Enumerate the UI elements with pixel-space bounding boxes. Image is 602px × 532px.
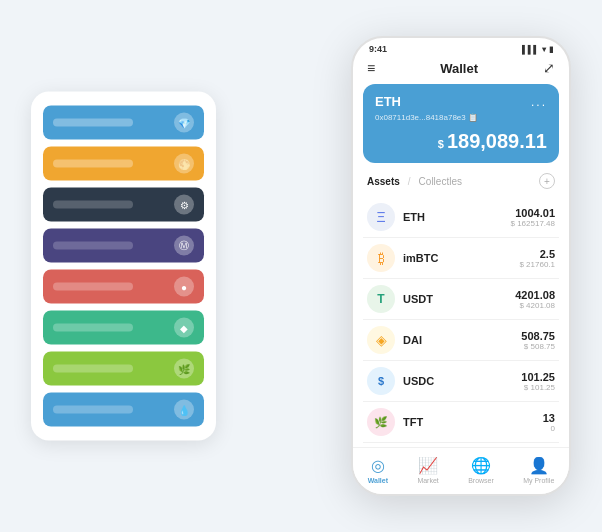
- wifi-icon: ▾: [542, 45, 546, 54]
- imbtc-usd: $ 21760.1: [519, 260, 555, 269]
- card-item-5[interactable]: ●: [43, 270, 204, 304]
- card-label-3: [53, 201, 133, 209]
- imbtc-amount: 2.5: [519, 248, 555, 260]
- card-item-2[interactable]: 🌕: [43, 147, 204, 181]
- nav-item-browser[interactable]: 🌐 Browser: [468, 456, 494, 484]
- card-icon-5: ●: [174, 277, 194, 297]
- dai-icon: ◈: [367, 326, 395, 354]
- card-item-8[interactable]: 💧: [43, 393, 204, 427]
- nav-item-market[interactable]: 📈 Market: [417, 456, 438, 484]
- tft-asset-name: TFT: [403, 416, 543, 428]
- tft-values: 13 0: [543, 412, 555, 433]
- card-label-8: [53, 406, 133, 414]
- assets-header: Assets / Collectles +: [353, 173, 569, 197]
- card-item-3[interactable]: ⚙: [43, 188, 204, 222]
- card-label-1: [53, 119, 133, 127]
- eth-icon: Ξ: [367, 203, 395, 231]
- menu-icon[interactable]: ≡: [367, 60, 375, 76]
- eth-card-header: ETH ...: [375, 94, 547, 109]
- scan-icon[interactable]: ⤢: [543, 60, 555, 76]
- dai-usd: $ 508.75: [521, 342, 555, 351]
- card-icon-2: 🌕: [174, 154, 194, 174]
- card-label-6: [53, 324, 133, 332]
- profile-nav-label: My Profile: [523, 477, 554, 484]
- status-bar: 9:41 ▌▌▌ ▾ ▮: [353, 38, 569, 56]
- battery-icon: ▮: [549, 45, 553, 54]
- phone-header: ≡ Wallet ⤢: [353, 56, 569, 84]
- card-item-1[interactable]: 💎: [43, 106, 204, 140]
- usdt-usd: $ 4201.08: [515, 301, 555, 310]
- tft-icon: 🌿: [367, 408, 395, 436]
- imbtc-values: 2.5 $ 21760.1: [519, 248, 555, 269]
- eth-values: 1004.01 $ 162517.48: [511, 207, 556, 228]
- eth-more-icon[interactable]: ...: [531, 95, 547, 109]
- nav-item-profile[interactable]: 👤 My Profile: [523, 456, 554, 484]
- usdt-amount: 4201.08: [515, 289, 555, 301]
- usdc-asset-name: USDC: [403, 375, 521, 387]
- card-label-5: [53, 283, 133, 291]
- asset-item-usdt[interactable]: T USDT 4201.08 $ 4201.08: [363, 279, 559, 320]
- tab-collectibles[interactable]: Collectles: [419, 176, 462, 187]
- status-icons: ▌▌▌ ▾ ▮: [522, 45, 553, 54]
- card-stack: 💎 🌕 ⚙ Ⓜ ● ◆ 🌿 💧: [31, 92, 216, 441]
- usdc-values: 101.25 $ 101.25: [521, 371, 555, 392]
- profile-nav-icon: 👤: [529, 456, 549, 475]
- wallet-nav-label: Wallet: [368, 477, 388, 484]
- market-nav-label: Market: [417, 477, 438, 484]
- card-item-4[interactable]: Ⓜ: [43, 229, 204, 263]
- usdc-amount: 101.25: [521, 371, 555, 383]
- tab-assets[interactable]: Assets: [367, 176, 400, 187]
- browser-nav-icon: 🌐: [471, 456, 491, 475]
- card-label-4: [53, 242, 133, 250]
- add-asset-button[interactable]: +: [539, 173, 555, 189]
- eth-amount: 1004.01: [511, 207, 556, 219]
- card-icon-8: 💧: [174, 400, 194, 420]
- dai-values: 508.75 $ 508.75: [521, 330, 555, 351]
- eth-usd: $ 162517.48: [511, 219, 556, 228]
- card-item-7[interactable]: 🌿: [43, 352, 204, 386]
- wallet-nav-icon: ◎: [371, 456, 385, 475]
- usdc-usd: $ 101.25: [521, 383, 555, 392]
- card-label-2: [53, 160, 133, 168]
- signal-icon: ▌▌▌: [522, 45, 539, 54]
- tab-divider: /: [408, 176, 411, 187]
- header-title: Wallet: [440, 61, 478, 76]
- eth-asset-name: ETH: [403, 211, 511, 223]
- status-time: 9:41: [369, 44, 387, 54]
- dai-asset-name: DAI: [403, 334, 521, 346]
- usdt-icon: T: [367, 285, 395, 313]
- nav-item-wallet[interactable]: ◎ Wallet: [368, 456, 388, 484]
- card-label-7: [53, 365, 133, 373]
- eth-card-title: ETH: [375, 94, 401, 109]
- scene: 💎 🌕 ⚙ Ⓜ ● ◆ 🌿 💧: [21, 16, 581, 516]
- imbtc-asset-name: imBTC: [403, 252, 519, 264]
- tft-usd: 0: [543, 424, 555, 433]
- card-icon-7: 🌿: [174, 359, 194, 379]
- eth-balance-amount: 189,089.11: [447, 130, 547, 152]
- card-icon-4: Ⓜ: [174, 236, 194, 256]
- asset-item-eth[interactable]: Ξ ETH 1004.01 $ 162517.48: [363, 197, 559, 238]
- imbtc-icon: ₿: [367, 244, 395, 272]
- usdt-values: 4201.08 $ 4201.08: [515, 289, 555, 310]
- asset-list: Ξ ETH 1004.01 $ 162517.48 ₿ imBTC 2.5 $ …: [353, 197, 569, 447]
- usdc-icon: $: [367, 367, 395, 395]
- card-item-6[interactable]: ◆: [43, 311, 204, 345]
- market-nav-icon: 📈: [418, 456, 438, 475]
- eth-currency-symbol: $: [438, 138, 444, 150]
- card-icon-1: 💎: [174, 113, 194, 133]
- usdt-asset-name: USDT: [403, 293, 515, 305]
- eth-address: 0x08711d3e...8418a78e3 📋: [375, 113, 547, 122]
- eth-card[interactable]: ETH ... 0x08711d3e...8418a78e3 📋 $189,08…: [363, 84, 559, 163]
- eth-balance: $189,089.11: [375, 130, 547, 153]
- phone-mockup: 9:41 ▌▌▌ ▾ ▮ ≡ Wallet ⤢ ETH ... 0x08711d…: [351, 36, 571, 496]
- assets-tabs: Assets / Collectles: [367, 176, 462, 187]
- asset-item-tft[interactable]: 🌿 TFT 13 0: [363, 402, 559, 443]
- card-icon-3: ⚙: [174, 195, 194, 215]
- card-icon-6: ◆: [174, 318, 194, 338]
- tft-amount: 13: [543, 412, 555, 424]
- asset-item-dai[interactable]: ◈ DAI 508.75 $ 508.75: [363, 320, 559, 361]
- asset-item-imbtc[interactable]: ₿ imBTC 2.5 $ 21760.1: [363, 238, 559, 279]
- bottom-nav: ◎ Wallet 📈 Market 🌐 Browser 👤 My Profile: [353, 447, 569, 494]
- asset-item-usdc[interactable]: $ USDC 101.25 $ 101.25: [363, 361, 559, 402]
- dai-amount: 508.75: [521, 330, 555, 342]
